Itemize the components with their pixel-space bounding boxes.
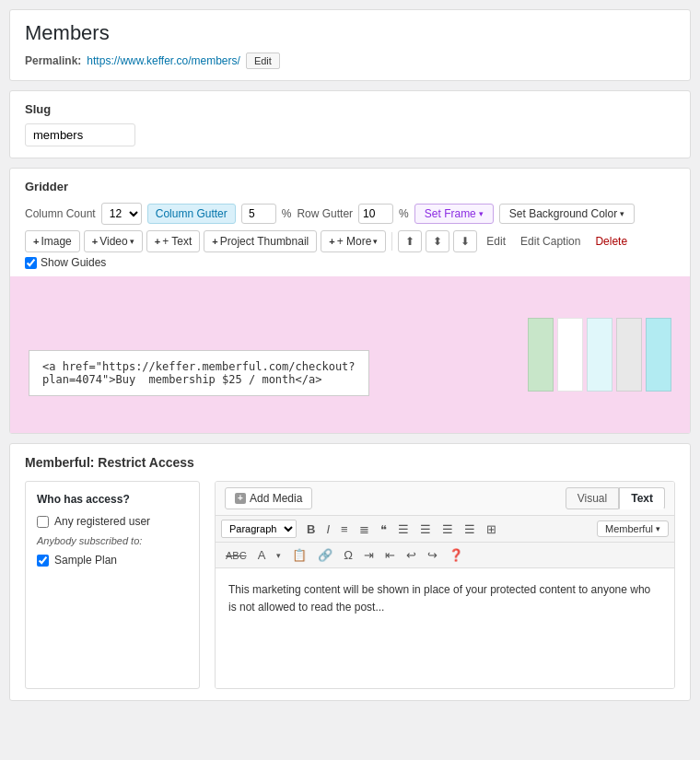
plus-icon: + xyxy=(212,236,217,247)
align-middle-button[interactable]: ⬍ xyxy=(426,230,449,252)
page-title: Members xyxy=(25,21,675,45)
page-wrapper: Members Permalink: https://www.keffer.co… xyxy=(0,9,700,701)
indent-button[interactable]: ⇥ xyxy=(359,546,379,564)
edit-button[interactable]: Edit xyxy=(481,231,511,251)
restrict-body: Who has access? Any registered user Anyb… xyxy=(25,481,675,689)
permalink-row: Permalink: https://www.keffer.co/members… xyxy=(25,53,675,69)
row-gutter-input[interactable] xyxy=(358,204,393,224)
editor-top-bar: + Add Media Visual Text xyxy=(216,482,674,516)
set-frame-button[interactable]: Set Frame ▾ xyxy=(414,204,494,224)
align-top-button[interactable]: ⬆ xyxy=(398,230,422,252)
text-color-button[interactable]: A xyxy=(253,546,271,564)
chevron-down-icon: ▾ xyxy=(620,209,624,218)
any-registered-user-checkbox[interactable] xyxy=(37,516,49,528)
blockquote-button[interactable]: ❝ xyxy=(376,520,391,538)
gridder-columns xyxy=(528,318,671,392)
text-color-chevron[interactable]: ▾ xyxy=(272,549,286,562)
align-bottom-button[interactable]: ⬇ xyxy=(453,230,477,252)
sample-plan-label[interactable]: Sample Plan xyxy=(54,554,117,567)
column-gutter-input[interactable] xyxy=(241,204,276,224)
gridder-code-block: <a href="https://keffer.memberful.com/ch… xyxy=(29,350,369,396)
column-block-4 xyxy=(616,318,642,392)
gridder-title: Gridder xyxy=(25,180,675,193)
anybody-subscribed-label: Anybody subscribed to: xyxy=(37,535,188,546)
add-image-button[interactable]: + Image xyxy=(25,230,80,252)
access-panel-title: Who has access? xyxy=(37,493,188,506)
show-guides-label[interactable]: Show Guides xyxy=(25,256,106,269)
add-image-label: Image xyxy=(41,235,71,248)
outdent-button[interactable]: ⇤ xyxy=(380,546,400,564)
editor-tabs: Visual Text xyxy=(566,487,665,509)
toolbar-separator xyxy=(391,232,392,251)
column-block-2 xyxy=(557,318,583,392)
slug-card: Slug xyxy=(9,90,691,158)
italic-button[interactable]: I xyxy=(321,520,334,538)
align-left-button[interactable]: ☰ xyxy=(393,520,414,538)
tab-visual[interactable]: Visual xyxy=(566,487,619,509)
set-frame-label: Set Frame xyxy=(425,207,476,220)
chevron-down-icon: ▾ xyxy=(130,237,134,246)
gridder-canvas: <a href="https://keffer.memberful.com/ch… xyxy=(10,276,690,433)
plus-icon: + xyxy=(155,236,160,247)
ordered-list-button[interactable]: ≣ xyxy=(355,520,374,538)
any-registered-user-label[interactable]: Any registered user xyxy=(54,515,150,528)
permalink-edit-button[interactable]: Edit xyxy=(246,53,280,69)
permalink-label: Permalink: xyxy=(25,54,81,67)
permalink-link[interactable]: https://www.keffer.co/members/ xyxy=(87,54,240,67)
editor-toolbar-row2: ABC A ▾ 📋 🔗 Ω ⇥ ⇤ ↩ ↪ ❓ xyxy=(216,543,674,568)
title-card: Members Permalink: https://www.keffer.co… xyxy=(9,9,691,81)
row-gutter-percent: % xyxy=(399,207,409,220)
column-gutter-label: Column Gutter xyxy=(147,204,236,224)
tab-text[interactable]: Text xyxy=(619,487,665,509)
column-count-select[interactable]: 12 6 4 xyxy=(101,203,142,225)
table-button[interactable]: ⊞ xyxy=(482,520,501,538)
chevron-down-icon: ▾ xyxy=(656,524,660,533)
column-count-label: Column Count xyxy=(25,207,96,220)
memberful-button[interactable]: Memberful ▾ xyxy=(597,520,669,537)
add-media-button[interactable]: + Add Media xyxy=(225,487,312,509)
sample-plan-checkbox[interactable] xyxy=(37,555,49,567)
show-guides-text: Show Guides xyxy=(41,256,106,269)
link-button[interactable]: 🔗 xyxy=(313,546,337,564)
help-button[interactable]: ❓ xyxy=(444,546,468,564)
gridder-card: Gridder Column Count 12 6 4 Column Gutte… xyxy=(9,168,691,434)
omega-button[interactable]: Ω xyxy=(339,546,357,564)
plus-icon: + xyxy=(329,236,334,247)
undo-button[interactable]: ↩ xyxy=(402,546,421,564)
add-project-thumbnail-button[interactable]: + Project Thumbnail xyxy=(204,230,317,252)
sample-plan-row: Sample Plan xyxy=(37,554,188,567)
set-background-button[interactable]: Set Background Color ▾ xyxy=(499,204,635,224)
format-select[interactable]: Paragraph Heading 1 Heading 2 xyxy=(221,520,297,538)
chevron-down-icon: ▾ xyxy=(479,209,484,218)
delete-button[interactable]: Delete xyxy=(589,231,633,251)
paste-button[interactable]: 📋 xyxy=(287,546,311,564)
redo-button[interactable]: ↪ xyxy=(423,546,442,564)
restrict-title: Memberful: Restrict Access xyxy=(25,455,675,470)
restrict-card: Memberful: Restrict Access Who has acces… xyxy=(9,443,691,701)
slug-input[interactable] xyxy=(25,123,135,146)
unordered-list-button[interactable]: ≡ xyxy=(336,520,353,538)
any-registered-user-row: Any registered user xyxy=(37,515,188,528)
editor-text: This marketing content will be shown in … xyxy=(228,581,661,616)
editor-content: This marketing content will be shown in … xyxy=(216,568,674,688)
align-center-button[interactable]: ☰ xyxy=(415,520,436,538)
edit-caption-button[interactable]: Edit Caption xyxy=(515,231,586,251)
bold-button[interactable]: B xyxy=(302,520,320,538)
column-block-5 xyxy=(646,318,671,392)
plus-icon: + xyxy=(92,236,98,247)
add-video-label: Video xyxy=(99,235,127,248)
add-more-button[interactable]: + + More ▾ xyxy=(321,230,386,252)
memberful-label: Memberful xyxy=(605,523,653,534)
show-guides-checkbox[interactable] xyxy=(25,257,37,269)
strikethrough-button[interactable]: ABC xyxy=(221,548,251,563)
chevron-down-icon: ▾ xyxy=(373,237,378,246)
add-project-thumbnail-label: Project Thumbnail xyxy=(220,235,309,248)
gridder-toolbar-1: Column Count 12 6 4 Column Gutter % Row … xyxy=(25,203,675,225)
column-block-1 xyxy=(528,318,554,392)
access-panel: Who has access? Any registered user Anyb… xyxy=(25,481,200,689)
svg-text:+: + xyxy=(238,493,243,503)
align-right-button[interactable]: ☰ xyxy=(438,520,458,538)
add-video-button[interactable]: + Video ▾ xyxy=(84,230,143,252)
add-text-button[interactable]: + + Text xyxy=(146,230,201,252)
align-justify-button[interactable]: ☰ xyxy=(460,520,480,538)
